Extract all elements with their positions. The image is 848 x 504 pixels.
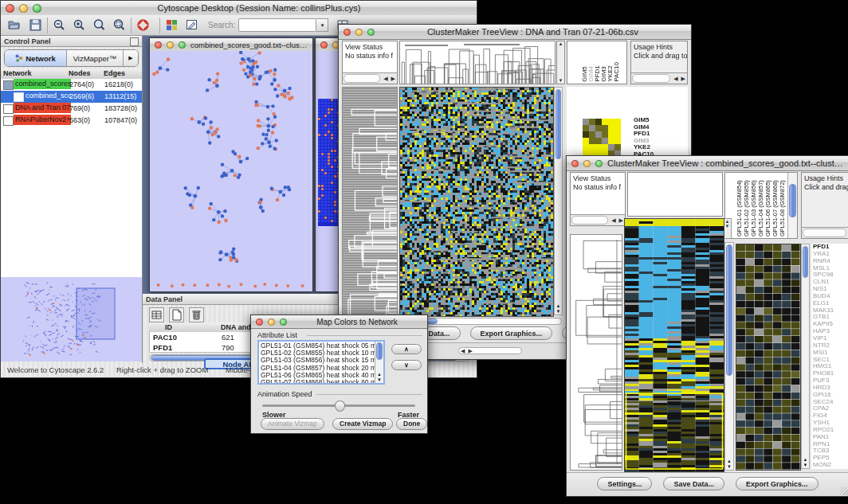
matrix-cell[interactable] [602,119,608,125]
scroll-down-icon[interactable]: ▼ [375,377,383,383]
matrix-cell[interactable] [608,144,614,150]
scroll-up-icon[interactable]: ▲ [375,372,383,377]
tv2-column-label[interactable]: GPL51-08 (GSM872) [779,174,786,236]
matrix-cell[interactable] [595,144,602,150]
tab-overflow-arrow[interactable]: ▶ [124,50,138,66]
matrix-cell[interactable] [583,144,589,150]
scroll-left-icon[interactable]: ◀ [610,216,617,225]
attribute-list-item[interactable]: GPL51-07 (GSM868) heat shock 60 min [261,379,382,385]
scroll-down-icon[interactable]: ▼ [557,78,564,83]
network-tree-row[interactable]: combined_sco2569(6)13112(15) [1,91,142,103]
matrix-cell[interactable] [589,138,595,144]
delete-attribute-icon[interactable] [189,307,204,322]
matrix-cell[interactable] [589,119,595,125]
tv1-column-arrows[interactable]: ▲ ▼ [556,41,565,84]
scroll-down-icon[interactable]: ▼ [802,463,809,468]
close-button[interactable] [320,41,328,49]
close-button[interactable] [256,318,263,326]
scroll-left-icon[interactable]: ◀ [382,74,389,83]
annotation-icon[interactable] [185,18,198,32]
scroll-down-icon[interactable]: ▼ [724,224,731,229]
tv1-column-dendrogram[interactable] [399,41,556,84]
export-graphics-button[interactable]: Export Graphics... [470,326,553,340]
tv1-zoom-matrix[interactable] [583,119,621,157]
network1-canvas-area[interactable] [150,51,312,291]
select-attributes-icon[interactable] [149,307,164,322]
create-vizmap-button[interactable]: Create Vizmap [332,418,393,430]
help-icon[interactable] [136,18,150,32]
tv1-column-label[interactable]: YKE2 [607,62,613,82]
scroll-right-icon[interactable]: ▶ [390,74,397,83]
tv2-column-label[interactable]: GPL51-04 (GSM857) [758,174,764,236]
tv2-global-heatmap[interactable] [624,218,724,472]
attribute-listbox[interactable]: GPL51-01 (GSM854) heat shock 05 minGPL51… [257,340,385,385]
dense-network-grid[interactable] [318,99,339,226]
tv2-column-dendrogram[interactable] [627,172,723,217]
scroll-down-icon[interactable]: ▼ [725,464,733,470]
matrix-cell[interactable] [614,131,621,138]
open-icon[interactable] [7,18,21,32]
matrix-cell[interactable] [595,119,602,125]
matrix-cell[interactable] [595,125,602,131]
matrix-cell[interactable] [608,119,614,125]
tv2-column-label[interactable]: GPL51-03 (GSM856) [751,174,757,236]
tv1-row-dendrogram[interactable] [342,87,398,315]
tv2-status-scrollbar[interactable]: ◀ ▶ [571,214,625,225]
matrix-cell[interactable] [614,138,621,144]
move-up-button[interactable]: ∧ [391,344,422,354]
col-edges[interactable]: Edges [104,68,140,79]
minimize-button[interactable] [167,41,174,49]
network-tree-row[interactable]: DNA and Tran 07769(0)183728(0) [1,103,142,115]
zoom-button[interactable] [280,318,287,326]
zoom-button[interactable] [367,29,375,36]
tv1-hints-scrollbar[interactable]: ◀ ▶ [631,72,687,84]
tv2-column-label[interactable]: GPL51-07 (GSM868) [772,174,779,236]
slider-thumb[interactable] [335,400,345,412]
tv2-zoom-heatmap[interactable] [736,244,801,471]
matrix-cell[interactable] [595,131,602,138]
tv2-row-dendrogram[interactable] [570,234,622,471]
id-column-header[interactable]: ID [165,322,213,332]
attribute-list-vscrollbar[interactable]: ▲▼ [375,342,383,383]
matrix-cell[interactable] [602,131,608,138]
col-network[interactable]: Network [3,68,67,79]
scroll-up-icon[interactable]: ▲ [557,41,564,46]
scroll-left-icon[interactable]: ◀ [459,348,466,354]
network-tree-row[interactable]: RNAPuberNov2+563(0)107847(0) [1,115,142,127]
search-dropdown-icon[interactable]: ▾ [316,18,328,32]
animation-speed-slider[interactable] [262,404,415,407]
network-graph[interactable] [150,51,311,290]
close-button[interactable] [6,4,14,13]
minimize-button[interactable] [268,318,275,326]
minimize-button[interactable] [355,29,363,36]
vizmapper-icon[interactable] [165,18,179,32]
col-nodes[interactable]: Nodes [69,68,102,79]
matrix-cell[interactable] [608,131,614,138]
save-data-button[interactable]: Save Data... [663,477,724,490]
tv1-column-label[interactable]: PAC10 [614,62,619,82]
done-button[interactable]: Done [396,418,427,430]
tv1-global-heatmap[interactable] [399,87,554,317]
tab-vizmapper[interactable]: VizMapper™ [67,50,124,66]
tv1-column-label[interactable]: PFD1 [595,62,600,82]
float-panel-icon[interactable] [130,37,139,46]
tv1-status-scrollbar[interactable]: ◀ ▶ [343,72,397,84]
scroll-left-icon[interactable]: ◀ [672,74,679,83]
minimize-button[interactable] [19,4,28,13]
matrix-cell[interactable] [602,125,608,131]
tv2-zoom-vscrollbar[interactable]: ▲▼ [801,244,810,469]
tv2-heatmap-vscrollbar[interactable]: ▲▼ [724,242,734,471]
matrix-cell[interactable] [595,138,602,144]
tv1-heatmap-vscrollbar[interactable]: ▲▼ [554,87,563,315]
tv1-column-label[interactable]: GIM4 [588,62,594,82]
minimize-button[interactable] [583,160,591,167]
tv2-column-label[interactable]: GPL51-01 (GSM854) [736,174,743,236]
matrix-cell[interactable] [589,125,595,131]
scroll-up-icon[interactable]: ▲ [802,457,809,463]
scroll-down-icon[interactable]: ▼ [555,309,562,315]
zoom-fit-icon[interactable] [112,18,126,32]
network-tree-row[interactable]: combined_scores2764(0)16218(0) [1,79,142,91]
export-graphics-button[interactable]: Export Graphics... [736,477,819,490]
matrix-cell[interactable] [589,131,595,138]
resize-grip[interactable] [840,487,848,495]
